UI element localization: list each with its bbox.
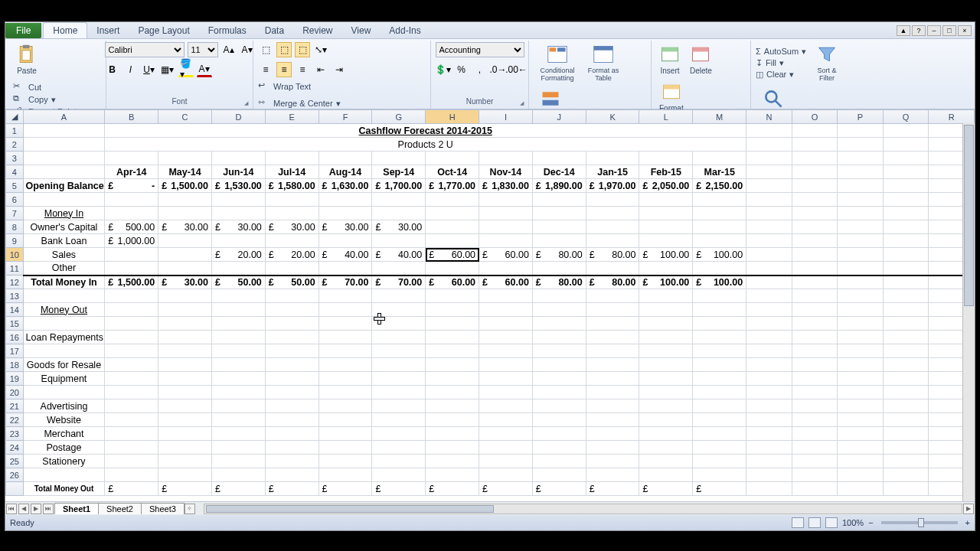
column-header-A[interactable]: A [23, 110, 105, 124]
row-header-16[interactable]: 16 [6, 331, 24, 344]
row-header-24[interactable]: 24 [6, 441, 24, 455]
row-header-6[interactable]: 6 [6, 193, 24, 207]
align-right-icon[interactable]: ≡ [295, 62, 310, 77]
row-header-7[interactable]: 7 [6, 207, 24, 220]
column-header-F[interactable]: F [318, 110, 372, 124]
sort-filter-button[interactable]: Sort & Filter [809, 42, 844, 83]
tab-nav-next-icon[interactable]: ▶ [31, 504, 41, 514]
column-header-R[interactable]: R [929, 110, 975, 124]
orientation-icon[interactable]: ⤡▾ [313, 42, 328, 57]
new-sheet-icon[interactable]: ✧ [185, 504, 195, 514]
vertical-scrollbar[interactable] [962, 123, 975, 501]
column-header-I[interactable]: I [479, 110, 533, 124]
column-header-D[interactable]: D [211, 110, 265, 124]
sheet-tab-sheet1[interactable]: Sheet1 [54, 503, 99, 514]
cut-button[interactable]: ✂Cut [13, 81, 84, 93]
tab-nav-last-icon[interactable]: ⏭ [43, 504, 54, 514]
wrap-text-button[interactable]: ↩Wrap Text [258, 80, 341, 93]
column-header-N[interactable]: N [746, 110, 792, 124]
increase-indent-icon[interactable]: ⇥ [332, 62, 347, 77]
column-header-E[interactable]: E [265, 110, 318, 124]
row-header-2[interactable]: 2 [6, 138, 24, 152]
underline-button[interactable]: U▾ [142, 62, 157, 77]
decrease-indent-icon[interactable]: ⇤ [313, 62, 328, 77]
tab-add-ins[interactable]: Add-Ins [380, 23, 430, 38]
row-header-1[interactable]: 1 [6, 124, 24, 138]
row-header-21[interactable]: 21 [6, 399, 24, 413]
row-header-5[interactable]: 5 [6, 179, 24, 193]
zoom-out-icon[interactable]: − [868, 518, 873, 527]
column-header-C[interactable]: C [158, 110, 212, 124]
column-header-J[interactable]: J [532, 110, 586, 124]
decrease-decimal-icon[interactable]: .00← [509, 62, 524, 77]
accounting-format-icon[interactable]: 💲▾ [436, 62, 451, 77]
italic-button[interactable]: I [123, 62, 139, 77]
border-button[interactable]: ▦▾ [160, 62, 175, 77]
row-header-26[interactable]: 26 [6, 468, 24, 482]
zoom-level[interactable]: 100% [842, 518, 864, 527]
window-close-icon[interactable]: × [958, 25, 972, 36]
sheet-tab-sheet3[interactable]: Sheet3 [141, 503, 185, 514]
column-header-K[interactable]: K [586, 110, 639, 124]
row-header-25[interactable]: 25 [6, 455, 24, 468]
tab-view[interactable]: View [342, 23, 381, 38]
row-header-20[interactable]: 20 [6, 386, 24, 399]
row-header-3[interactable]: 3 [6, 152, 24, 165]
page-break-view-icon[interactable] [825, 517, 838, 528]
autosum-button[interactable]: Σ AutoSum ▾ [756, 47, 806, 57]
tab-home[interactable]: Home [43, 22, 87, 38]
column-header-H[interactable]: H [426, 110, 479, 124]
align-top-icon[interactable]: ⬚ [258, 42, 273, 57]
align-bottom-icon[interactable]: ⬚ [295, 42, 310, 57]
select-all-cell[interactable]: ◢ [6, 110, 24, 124]
row-header-4[interactable]: 4 [6, 165, 24, 179]
row-header-17[interactable]: 17 [6, 344, 24, 358]
fill-button[interactable]: ↧ Fill ▾ [756, 58, 806, 68]
help-icon[interactable]: ? [912, 25, 926, 36]
percent-icon[interactable]: % [454, 62, 469, 77]
column-header-O[interactable]: O [792, 110, 838, 124]
row-header-19[interactable]: 19 [6, 372, 24, 386]
horizontal-scrollbar[interactable] [204, 504, 962, 514]
scroll-right-icon[interactable]: ▶ [963, 504, 974, 514]
shrink-font-icon[interactable]: A▾ [240, 42, 255, 57]
tab-file[interactable]: File [5, 23, 41, 38]
grow-font-icon[interactable]: A▴ [221, 42, 237, 57]
fill-color-button[interactable]: 🪣▾ [178, 62, 194, 77]
format-as-table-button[interactable]: Format as Table [584, 42, 622, 83]
tab-insert[interactable]: Insert [87, 23, 129, 38]
row-header-22[interactable]: 22 [6, 413, 24, 427]
row-header-15[interactable]: 15 [6, 317, 24, 331]
normal-view-icon[interactable] [792, 517, 804, 528]
font-name-select[interactable]: Calibri [105, 42, 185, 57]
window-minimize-icon[interactable]: – [927, 25, 941, 36]
align-center-icon[interactable]: ≡ [276, 62, 292, 77]
tab-data[interactable]: Data [256, 23, 293, 38]
zoom-slider[interactable] [881, 521, 958, 524]
number-format-select[interactable]: Accounting [436, 42, 524, 57]
font-size-select[interactable]: 11 [188, 42, 218, 57]
row-header-10[interactable]: 10 [6, 248, 24, 262]
column-header-P[interactable]: P [838, 110, 884, 124]
font-color-button[interactable]: A▾ [197, 62, 212, 77]
conditional-formatting-button[interactable]: Conditional Formatting [534, 42, 581, 83]
row-header-23[interactable]: 23 [6, 427, 24, 441]
column-header-M[interactable]: M [693, 110, 746, 124]
zoom-in-icon[interactable]: + [965, 518, 970, 527]
column-header-G[interactable]: G [372, 110, 426, 124]
worksheet-grid[interactable]: ◢ABCDEFGHIJKLMNOPQR1Cashflow Forecast 20… [5, 109, 975, 501]
copy-button[interactable]: ⧉Copy ▾ [13, 93, 84, 106]
row-header-8[interactable]: 8 [6, 220, 24, 234]
column-header-B[interactable]: B [105, 110, 158, 124]
merge-center-button[interactable]: ⇿Merge & Center ▾ [258, 97, 341, 109]
row-header-18[interactable]: 18 [6, 358, 24, 372]
row-header-12[interactable]: 12 [6, 276, 24, 289]
window-restore-icon[interactable]: □ [942, 25, 956, 36]
clear-button[interactable]: ◫ Clear ▾ [756, 70, 806, 80]
tab-page-layout[interactable]: Page Layout [129, 23, 198, 38]
insert-cells-button[interactable]: Insert [656, 42, 684, 77]
sheet-tab-sheet2[interactable]: Sheet2 [98, 503, 142, 514]
align-middle-icon[interactable]: ⬚ [276, 42, 292, 57]
ribbon-minimize-icon[interactable]: ▲ [897, 25, 910, 36]
column-header-L[interactable]: L [639, 110, 693, 124]
